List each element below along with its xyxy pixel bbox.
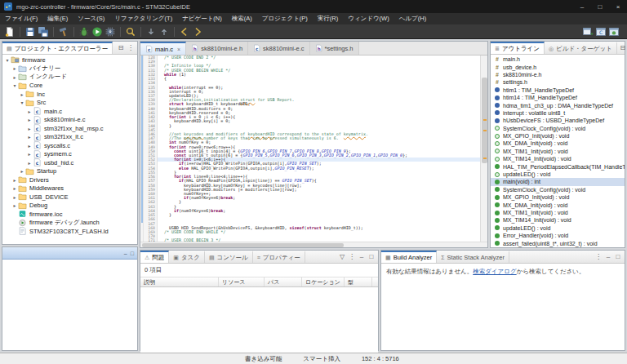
tab-build-targets[interactable]: ◎ビルド・ターゲット xyxy=(545,42,617,54)
tree-item[interactable]: ▸cstm32f1xx_hal_msp.c xyxy=(2,124,137,133)
expander-icon[interactable]: ▾ xyxy=(11,82,18,88)
outline-item[interactable]: interrupt : volatile uint8_t xyxy=(491,109,625,117)
editor-tab-main-c[interactable]: cmain.c× xyxy=(140,42,186,55)
outline-item[interactable]: htim1 : TIM_HandleTypeDef xyxy=(491,87,625,94)
expander-icon[interactable]: ▸ xyxy=(11,177,18,183)
tree-item[interactable]: ▾firmware xyxy=(2,55,137,64)
tab-tasks[interactable]: ▣タスク xyxy=(169,251,205,263)
new-file-icon[interactable] xyxy=(4,26,16,38)
cpp-perspective-icon[interactable]: C xyxy=(595,26,607,38)
expander-icon[interactable]: ▸ xyxy=(26,143,33,149)
menu-item-4[interactable]: リファクタリング(T) xyxy=(109,13,177,24)
outline-item[interactable]: updateLED() : void xyxy=(491,171,625,178)
outline-item[interactable]: htim14 : TIM_HandleTypeDef xyxy=(491,94,625,101)
tree-item[interactable]: ▸Debug xyxy=(2,202,137,211)
outline-item[interactable]: MX_TIM14_Init(void) : void xyxy=(491,155,625,162)
outline-item[interactable]: #sk8810mini-e.h xyxy=(491,71,625,78)
tree-item[interactable]: ▾Core xyxy=(2,82,137,91)
menu-item-7[interactable]: プロジェクト(P) xyxy=(257,13,313,24)
outline-item[interactable]: MX_TIM1_Init(void) : void xyxy=(491,148,625,155)
debug-bug-icon[interactable] xyxy=(78,26,90,38)
tree-item[interactable]: ▸インクルード xyxy=(2,73,137,82)
tree-item[interactable]: ▾Src xyxy=(2,99,137,108)
menu-item-1[interactable]: ファイル(F) xyxy=(0,13,42,24)
tree-item[interactable]: STM32F103C8TX_FLASH.ld xyxy=(2,227,137,236)
column-header[interactable]: リソース xyxy=(219,277,265,286)
editor-tab-settings-h[interactable]: h*settings.h xyxy=(310,42,359,55)
column-header[interactable]: 型 xyxy=(345,277,372,286)
view-menu-icon[interactable]: ⋮ xyxy=(348,252,356,262)
tree-item[interactable]: ▸csysmem.c xyxy=(2,150,137,159)
annotation-next-icon[interactable] xyxy=(145,26,157,38)
menu-item-9[interactable]: ウィンドウ(W) xyxy=(343,13,394,24)
build-hammer-icon[interactable] xyxy=(58,26,69,38)
annotation-prev-icon[interactable] xyxy=(158,26,170,38)
expander-icon[interactable]: ▾ xyxy=(19,100,25,105)
tree-item[interactable]: firmware.ioc xyxy=(2,210,137,219)
outline-item[interactable]: updateLED() : void xyxy=(491,224,625,232)
minimize-button[interactable]: – xyxy=(573,0,591,13)
maximize-icon[interactable]: □ xyxy=(367,252,376,262)
tree-item[interactable]: ▸Startup xyxy=(2,167,137,176)
expander-icon[interactable]: ▸ xyxy=(26,160,33,166)
close-tab-icon[interactable]: × xyxy=(177,47,180,52)
editor-code[interactable]: /* USER CODE END 2 */ /* Infinite loop *… xyxy=(158,55,480,242)
expander-icon[interactable]: ▸ xyxy=(11,65,18,71)
menu-item-8[interactable]: 実行(R) xyxy=(313,13,343,24)
outline-item[interactable]: MX_GPIO_Init(void) : void xyxy=(491,193,625,201)
expander-icon[interactable]: ▸ xyxy=(11,74,18,80)
expander-icon[interactable]: ▸ xyxy=(11,202,18,208)
outline-item[interactable]: #usb_device.h xyxy=(491,63,625,70)
outline-item[interactable]: Error_Handler(void) : void xyxy=(491,232,625,239)
collapse-all-icon[interactable]: ⊟ xyxy=(117,43,125,53)
expander-icon[interactable]: ▾ xyxy=(4,57,11,63)
expander-icon[interactable]: ▸ xyxy=(19,91,25,97)
navigate-back-icon[interactable] xyxy=(179,26,190,38)
menu-item-3[interactable]: ソース(S) xyxy=(73,13,109,24)
save-icon[interactable] xyxy=(24,26,36,38)
expander-icon[interactable]: ▸ xyxy=(26,134,33,140)
tree-item[interactable]: ▸USB_DEVICE xyxy=(2,193,137,202)
column-header[interactable]: パス xyxy=(265,277,302,286)
tree-item[interactable]: ▸csyscalls.c xyxy=(2,141,137,150)
tab-build-analyzer[interactable]: ▦Build Analyzer xyxy=(381,251,437,263)
left-bottom-header[interactable]: – □ xyxy=(2,247,137,260)
editor-horizontal-scrollbar[interactable] xyxy=(140,242,487,247)
outline-item[interactable]: assert_failed(uint8_t*, uint32_t) : void xyxy=(491,239,625,246)
tab-console[interactable]: ▤コンソール xyxy=(205,251,253,263)
outline-item[interactable]: #main.h xyxy=(491,55,625,63)
tree-item[interactable]: firmware デバッグ.launch xyxy=(2,219,137,228)
minimize-panel-icon[interactable]: – xyxy=(124,251,127,256)
tab-static-stack-analyzer[interactable]: ΣStatic Stack Analyzer xyxy=(437,251,509,263)
menu-item-2[interactable]: 編集(E) xyxy=(42,13,73,24)
tree-item[interactable]: ▸csk8810mini-e.c xyxy=(2,116,137,125)
menu-item-5[interactable]: ナビゲート(N) xyxy=(177,13,227,24)
view-menu-icon[interactable]: ⋮ xyxy=(594,252,603,262)
expander-icon[interactable]: ▸ xyxy=(11,185,18,191)
maximize-panel-icon[interactable]: □ xyxy=(131,251,134,256)
expander-icon[interactable]: ▸ xyxy=(26,126,33,131)
debug-perspective-icon[interactable] xyxy=(608,26,620,38)
save-all-icon[interactable] xyxy=(38,26,49,38)
menu-item-6[interactable]: 検索(A) xyxy=(227,13,257,24)
outline-item[interactable]: MX_TIM1_Init(void) : void xyxy=(491,209,625,216)
minimize-icon[interactable]: – xyxy=(604,252,612,262)
editor-vertical-scrollbar[interactable] xyxy=(480,55,487,242)
minimize-icon[interactable]: – xyxy=(358,252,366,262)
run-play-icon[interactable] xyxy=(91,26,103,38)
scrollbar-thumb[interactable] xyxy=(142,243,344,247)
open-perspective-icon[interactable] xyxy=(582,26,594,38)
expander-icon[interactable]: ▸ xyxy=(19,168,25,174)
tree-item[interactable]: ▸cstm32f1xx_it.c xyxy=(2,133,137,142)
outline-item[interactable]: MX_DMA_Init(void) : void xyxy=(491,201,625,208)
outline-item[interactable]: main(void) : int xyxy=(491,178,625,185)
outline-item[interactable]: SystemClock_Config(void) : void xyxy=(491,186,625,193)
tree-item[interactable]: ▸cusbd_hid.c xyxy=(2,158,137,167)
outline-item[interactable]: MX_GPIO_Init(void) : void xyxy=(491,132,625,140)
maximize-icon[interactable]: □ xyxy=(614,252,622,262)
expander-icon[interactable]: ▸ xyxy=(26,109,33,114)
outline-item[interactable]: SystemClock_Config(void) : void xyxy=(491,125,625,132)
column-header[interactable]: ロケーション xyxy=(302,277,345,286)
search-flashlight-icon[interactable] xyxy=(125,26,136,38)
maximize-button[interactable]: □ xyxy=(591,0,609,13)
